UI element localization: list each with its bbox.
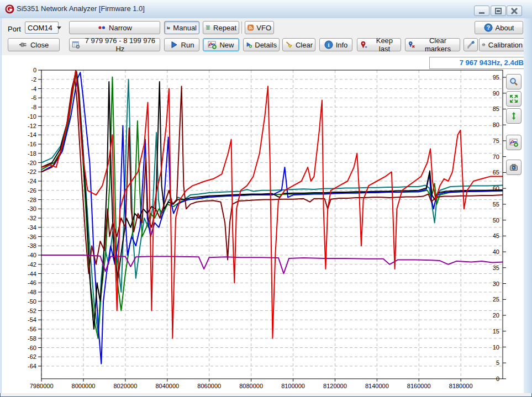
y-left-tick-label: -18 (28, 150, 36, 157)
y-right-tick-label: 50 (493, 217, 499, 224)
x-tick-label: 8140000 (365, 383, 389, 389)
y-left-tick-label: -16 (28, 141, 36, 147)
y-left-tick-label: -48 (28, 289, 36, 295)
y-left-tick-label: -20 (28, 160, 36, 166)
x-tick-label: 8020000 (113, 383, 137, 389)
clear-button[interactable]: Clear (282, 38, 315, 51)
y-left-tick-label: -40 (28, 252, 36, 258)
zoom-button[interactable] (506, 74, 522, 89)
x-tick-label: 8080000 (239, 383, 263, 389)
y-left-tick-label: -6 (31, 94, 36, 101)
network-analyzer-plot[interactable]: 7980000800000080200008040000806000080800… (2, 55, 524, 393)
y-right-tick-label: 55 (493, 201, 499, 208)
maximize-button[interactable] (491, 6, 506, 16)
repeat-label: Repeat (213, 24, 236, 32)
keep-last-button[interactable]: Keep last (357, 38, 401, 51)
y-right-tick-label: 65 (493, 169, 499, 176)
app-icon (5, 4, 14, 14)
y-left-tick-label: -34 (28, 224, 36, 231)
pin-keep-icon (360, 40, 368, 49)
details-button[interactable]: Details (243, 38, 280, 51)
expand-arrows-icon (509, 94, 518, 103)
y-left-tick-label: -62 (28, 353, 36, 360)
y-left-tick-label: -38 (28, 242, 36, 249)
trace-red (41, 70, 503, 338)
app-window: Si5351 Network Analyzer [Firmware 1.0] P… (0, 0, 532, 397)
info-button[interactable]: i Info (319, 38, 352, 51)
x-tick-label: 8060000 (197, 383, 221, 389)
x-tick-label: 7980000 (30, 383, 54, 389)
y-left-tick-label: -42 (28, 261, 36, 268)
narrow-button[interactable]: Narrow (69, 21, 160, 34)
pencil-tool-icon (466, 40, 475, 49)
svg-text:i: i (328, 42, 329, 48)
run-button[interactable]: Run (164, 38, 199, 51)
manual-label: Manual (173, 24, 197, 32)
window-frame-left (0, 18, 2, 393)
y-left-tick-label: -26 (28, 187, 36, 194)
close-port-button[interactable]: Close (8, 38, 60, 51)
details-label: Details (255, 41, 277, 49)
snapshot-button[interactable] (506, 160, 522, 175)
edit-tool-button[interactable] (463, 38, 478, 51)
y-left-tick-label: -50 (28, 298, 36, 305)
info-label: Info (336, 41, 348, 49)
narrow-label: Narrow (109, 24, 132, 32)
y-left-tick-label: -24 (28, 178, 36, 184)
svg-text:?: ? (486, 24, 489, 31)
fit-vertical-button[interactable] (506, 108, 522, 124)
about-label: About (496, 24, 514, 32)
y-right-tick-label: 70 (493, 153, 499, 160)
x-tick-label: 8000000 (72, 383, 96, 389)
y-right-tick-label: 95 (493, 74, 499, 81)
vfo-rss-icon (247, 23, 254, 32)
y-right-tick-label: 5 (496, 359, 499, 366)
plug-icon (19, 40, 28, 49)
run-label: Run (181, 41, 194, 49)
new-chart-button[interactable] (506, 135, 522, 150)
y-right-tick-label: 15 (493, 328, 499, 335)
new-chart-icon (208, 40, 217, 49)
y-left-tick-label: -56 (28, 326, 36, 332)
port-select[interactable]: COM14 (25, 22, 59, 34)
y-right-tick-label: 40 (493, 248, 499, 255)
y-left-tick-label: -36 (28, 234, 36, 240)
keep-last-label: Keep last (371, 36, 398, 53)
y-left-tick-label: -64 (28, 363, 36, 369)
vfo-button[interactable]: VFO (245, 21, 274, 34)
close-icon (510, 7, 519, 15)
minimize-button[interactable] (474, 6, 489, 16)
fit-all-button[interactable] (506, 91, 522, 107)
port-label: Port (8, 25, 21, 33)
y-right-tick-label: 35 (493, 264, 499, 271)
y-left-tick-label: 0 (33, 67, 36, 73)
y-left-tick-label: -46 (28, 279, 36, 286)
clear-markers-button[interactable]: Clear markers (405, 38, 460, 51)
help-icon: ? (484, 23, 493, 32)
x-tick-label: 8120000 (323, 383, 347, 389)
x-tick-label: 8100000 (281, 383, 305, 389)
y-right-tick-label: 10 (493, 344, 499, 351)
manual-button[interactable]: Manual (164, 21, 199, 34)
repeat-button[interactable]: Repeat (203, 21, 239, 34)
new-button[interactable]: New (203, 38, 239, 51)
maximize-icon (494, 7, 503, 15)
calibration-label: Calibration (488, 41, 523, 49)
frequency-range-button[interactable]: 7 979 976 - 8 199 976 Hz (69, 38, 160, 51)
calibration-button[interactable]: Calibration (479, 38, 525, 51)
y-left-tick-label: -54 (28, 316, 36, 323)
info-icon: i (324, 40, 333, 49)
close-window-button[interactable] (507, 6, 522, 16)
bar-chart-icon (167, 23, 170, 32)
frequency-range-label: 7 979 976 - 8 199 976 Hz (83, 36, 157, 53)
marker-readout: 7 967 943Hz, 2.4dB (429, 57, 527, 69)
clear-label: Clear (296, 41, 313, 49)
vertical-arrows-icon (509, 112, 518, 120)
broom-icon (285, 40, 293, 49)
details-icon (246, 40, 252, 49)
x-tick-label: 8180000 (449, 383, 473, 389)
narrow-dots-icon (97, 23, 106, 32)
chevron-down-icon (57, 27, 61, 29)
window-title: Si5351 Network Analyzer [Firmware 1.0] (17, 4, 145, 13)
about-button[interactable]: ? About (475, 21, 523, 34)
